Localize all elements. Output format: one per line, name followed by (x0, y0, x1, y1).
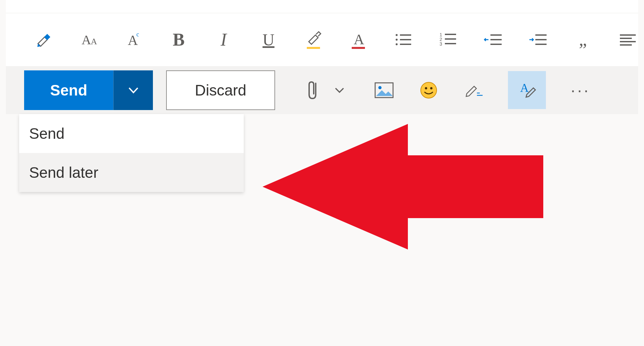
svg-point-32 (425, 87, 427, 89)
svg-rect-6 (352, 47, 365, 49)
formatting-toolbar: A A A c B I U A (6, 13, 638, 66)
svg-rect-8 (400, 34, 411, 36)
align-icon[interactable] (618, 30, 638, 50)
attach-button-group (303, 80, 349, 100)
emoji-icon[interactable] (419, 80, 439, 100)
top-border-area (6, 0, 638, 13)
svg-text:A: A (91, 37, 97, 46)
font-size-icon[interactable]: A A (79, 30, 99, 50)
send-dropdown-button[interactable] (113, 70, 153, 110)
quote-icon[interactable]: „ (573, 30, 593, 50)
insert-picture-icon[interactable] (374, 80, 394, 100)
svg-rect-21 (490, 44, 502, 45)
svg-rect-4 (307, 47, 320, 49)
format-painter-icon[interactable] (34, 30, 54, 50)
dropdown-item-send[interactable]: Send (19, 114, 244, 153)
dropdown-item-send-later[interactable]: Send later (19, 153, 244, 192)
svg-rect-24 (535, 44, 547, 45)
svg-text:A: A (520, 81, 529, 95)
svg-text:c: c (136, 31, 139, 38)
svg-rect-12 (400, 44, 411, 45)
decrease-indent-icon[interactable] (483, 30, 503, 50)
chevron-down-icon (127, 84, 140, 96)
svg-point-31 (421, 82, 437, 98)
send-split-button: Send (24, 70, 153, 110)
italic-button[interactable]: I (214, 30, 233, 50)
attach-chevron-icon[interactable] (330, 80, 349, 100)
svg-point-33 (430, 87, 433, 89)
svg-rect-20 (490, 39, 502, 40)
svg-rect-19 (490, 34, 502, 36)
svg-text:A: A (354, 31, 364, 48)
more-options-button[interactable]: ··· (571, 81, 590, 100)
svg-text:3: 3 (440, 41, 442, 47)
highlight-icon[interactable] (304, 30, 323, 50)
send-dropdown-menu: Send Send later (19, 114, 244, 192)
svg-rect-16 (445, 38, 456, 40)
signature-icon[interactable] (463, 80, 483, 100)
svg-point-30 (378, 86, 382, 89)
bold-button[interactable]: B (169, 30, 189, 50)
svg-point-9 (396, 39, 398, 41)
svg-rect-22 (535, 34, 547, 36)
svg-rect-10 (400, 39, 411, 40)
send-button[interactable]: Send (24, 70, 113, 110)
font-color-icon[interactable]: A (348, 30, 368, 50)
formatting-options-button[interactable]: A (508, 71, 546, 109)
svg-marker-35 (263, 124, 543, 250)
annotation-arrow-icon (263, 124, 547, 250)
svg-rect-25 (620, 34, 636, 36)
numbered-list-icon[interactable]: 1 2 3 (438, 30, 458, 50)
increase-indent-icon[interactable] (528, 30, 548, 50)
svg-rect-23 (535, 39, 547, 40)
svg-text:A: A (82, 32, 91, 47)
svg-rect-27 (620, 41, 636, 42)
bullet-list-icon[interactable] (393, 30, 413, 50)
svg-rect-18 (445, 43, 456, 44)
clear-formatting-icon[interactable]: A c (124, 30, 144, 50)
discard-button[interactable]: Discard (166, 70, 275, 110)
svg-rect-14 (445, 34, 456, 35)
svg-rect-26 (620, 38, 632, 39)
svg-point-11 (396, 43, 398, 45)
svg-point-7 (396, 34, 398, 36)
attach-icon[interactable] (303, 80, 323, 100)
svg-rect-28 (620, 44, 632, 46)
underline-button[interactable]: U (259, 30, 278, 50)
action-toolbar: Send Discard (6, 66, 638, 114)
